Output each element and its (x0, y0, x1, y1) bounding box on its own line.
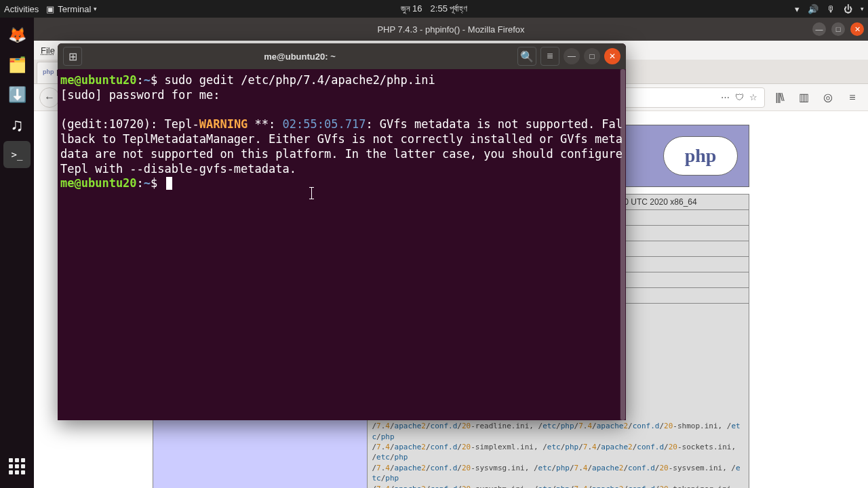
firefox-close-button[interactable]: ✕ (850, 22, 864, 36)
firefox-maximize-button[interactable]: □ (831, 22, 845, 36)
library-icon[interactable]: |||\\ (769, 87, 789, 108)
terminal-close-button[interactable]: ✕ (604, 48, 620, 64)
firefox-hamburger-icon[interactable]: ≡ (842, 87, 863, 108)
terminal-cursor (166, 177, 172, 190)
prompt-user: me@ubuntu20 (60, 73, 137, 87)
firefox-menu-file[interactable]: File (41, 45, 55, 56)
panel-date[interactable]: জুন 16 (401, 3, 422, 14)
system-menu-caret[interactable]: ▾ (861, 5, 864, 12)
terminal-new-tab-button[interactable]: ⊞ (63, 47, 82, 66)
sudo-password-line: [sudo] password for me: (60, 88, 623, 103)
wifi-icon[interactable]: ▾ (795, 4, 800, 14)
terminal-maximize-button[interactable]: □ (584, 48, 600, 64)
account-icon[interactable]: ◎ (818, 87, 838, 108)
prompt-user: me@ubuntu20 (60, 176, 137, 190)
terminal-titlebar: ⊞ me@ubuntu20: ~ 🔍 ≡ — □ ✕ (58, 43, 626, 69)
url-more-icon[interactable]: ⋯ (721, 92, 730, 102)
volume-icon[interactable]: 🔊 (808, 4, 818, 14)
prompt-cwd: ~ (144, 176, 151, 190)
php-logo: php (663, 136, 738, 176)
gnome-terminal-window: ⊞ me@ubuntu20: ~ 🔍 ≡ — □ ✕ me@ubuntu20:~… (58, 43, 626, 420)
firefox-titlebar: PHP 7.4.3 - phpinfo() - Mozilla Firefox … (34, 18, 868, 41)
bookmark-star-icon[interactable]: ☆ (749, 92, 757, 102)
terminal-minimize-button[interactable]: — (564, 48, 580, 64)
firefox-window-title: PHP 7.4.3 - phpinfo() - Mozilla Firefox (377, 24, 524, 35)
power-icon[interactable]: ⏻ (844, 4, 852, 14)
chevron-down-icon: ▾ (94, 5, 97, 12)
back-button[interactable]: ← (39, 87, 60, 108)
show-applications-button[interactable] (3, 453, 31, 480)
terminal-scrollbar-thumb[interactable] (620, 69, 625, 420)
ibeam-cursor-icon (311, 187, 312, 199)
panel-time[interactable]: 2:55 পূর্বাহ্ণ (431, 3, 468, 14)
terminal-viewport[interactable]: me@ubuntu20:~$ sudo gedit /etc/php/7.4/a… (58, 69, 626, 420)
apps-grid-icon (9, 458, 25, 474)
terminal-search-button[interactable]: 🔍 (517, 47, 536, 66)
dock-firefox[interactable]: 🦊 (3, 22, 31, 49)
app-menu[interactable]: ▣ Terminal ▾ (45, 4, 97, 14)
dock-terminal[interactable]: >_ (3, 141, 31, 168)
dock-music[interactable]: ♫ (3, 111, 31, 138)
dock-software[interactable]: ⬇️ (3, 81, 31, 108)
gedit-warning-line: (gedit:10720): Tepl-WARNING **: 02:55:05… (60, 117, 623, 176)
gnome-top-panel: Activities ▣ Terminal ▾ জুন 16 2:55 পূর্… (0, 0, 868, 18)
shield-icon[interactable]: 🛡 (735, 92, 744, 102)
terminal-title: me@ubuntu20: ~ (82, 52, 517, 62)
sidebar-icon[interactable]: ▥ (793, 87, 814, 108)
dock-files[interactable]: 🗂️ (3, 52, 31, 79)
terminal-icon: ▣ (45, 4, 55, 14)
terminal-command: sudo gedit /etc/php/7.4/apache2/php.ini (165, 73, 435, 87)
php-favicon-icon: php (43, 68, 52, 78)
terminal-hamburger-button[interactable]: ≡ (540, 47, 559, 66)
ubuntu-dock: 🦊 🗂️ ⬇️ ♫ >_ (0, 18, 34, 488)
prompt-cwd: ~ (144, 73, 151, 87)
mic-icon[interactable]: 🎙 (827, 4, 835, 14)
firefox-minimize-button[interactable]: — (812, 22, 826, 36)
terminal-scrollbar[interactable] (620, 69, 626, 420)
activities-button[interactable]: Activities (4, 4, 39, 14)
